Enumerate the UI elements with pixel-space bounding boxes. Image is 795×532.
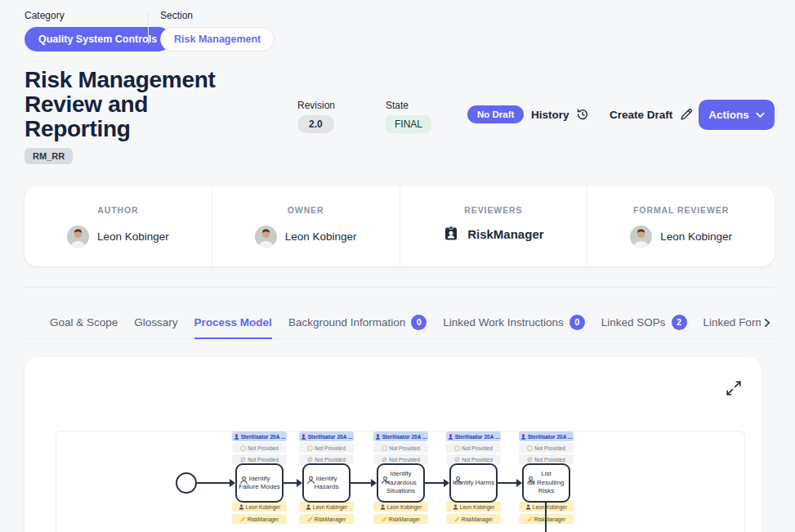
tab-process-model[interactable]: Process Model	[194, 314, 272, 339]
chevron-down-icon	[756, 112, 765, 118]
assignee-badge: Leon Kobinger	[232, 502, 287, 512]
tab-label: Linked Forms	[703, 316, 761, 329]
bpmn-sequence-flow	[425, 482, 444, 484]
tab-glossary[interactable]: Glossary	[134, 314, 177, 339]
section-label: Section	[160, 10, 275, 21]
attachment-icon	[454, 457, 460, 463]
person-icon	[453, 504, 458, 510]
person-card-formal-reviewer: FORMAL REVIEWER Leon Kobinger	[587, 186, 775, 266]
id-badge-icon	[443, 226, 459, 242]
section-divider	[25, 287, 775, 288]
machine-icon	[375, 434, 381, 440]
role-badge: RiskManager	[232, 514, 287, 524]
attachment-icon	[382, 457, 387, 463]
actions-label: Actions	[708, 109, 749, 121]
doc-badge: Not Provided	[446, 443, 501, 453]
machine-badge: Sterilisator 20A ...	[446, 431, 501, 441]
tab-label: Linked SOPs	[601, 316, 666, 329]
bpmn-sequence-flow	[284, 482, 297, 484]
user-task-icon	[526, 467, 535, 476]
person-role-label: FORMAL REVIEWER	[633, 205, 729, 215]
people-cards-row: AUTHOR Leon Kobinger OWNER Leon Kobinger…	[25, 186, 775, 266]
person-name: Leon Kobinger	[97, 230, 169, 243]
doc-badge: Not Provided	[299, 443, 354, 453]
chevron-right-icon[interactable]	[762, 317, 773, 332]
person-row: RiskManager	[443, 226, 543, 242]
tab-count-badge: 2	[672, 315, 687, 330]
machine-badge: Sterilisator 20A ...	[299, 431, 354, 441]
attachment-icon	[240, 457, 246, 463]
machine-icon	[234, 434, 239, 440]
no-draft-badge: No Draft	[467, 105, 524, 123]
document-code-badge: RM_RR	[25, 148, 73, 164]
bpmn-user-task[interactable]: Identify Harms	[449, 463, 498, 503]
tab-linked-work-instructions[interactable]: Linked Work Instructions 0	[443, 314, 585, 339]
person-name: RiskManager	[467, 227, 543, 241]
tab-goal-scope[interactable]: Goal & Scope	[50, 314, 118, 339]
tab-linked-forms[interactable]: Linked Forms 0	[703, 314, 761, 339]
user-task-icon	[306, 467, 315, 476]
bpmn-user-task[interactable]: List all Resulting Risks	[522, 463, 570, 503]
person-icon	[380, 504, 386, 510]
bpmn-user-task[interactable]: Identify Failure Modes	[235, 463, 284, 503]
doc-badge: Not Provided	[373, 443, 428, 453]
machine-icon	[520, 434, 526, 440]
expand-arrows-icon[interactable]	[726, 380, 742, 396]
tab-background-information[interactable]: Background Information 0	[288, 314, 427, 339]
person-name: Leon Kobinger	[285, 230, 357, 243]
tab-label: Process Model	[194, 316, 272, 329]
tab-label: Background Information	[288, 316, 405, 329]
pencil-small-icon	[382, 516, 387, 522]
avatar	[255, 226, 277, 248]
person-role-label: OWNER	[288, 205, 324, 215]
pencil-small-icon	[240, 516, 246, 522]
create-draft-label: Create Draft	[610, 109, 672, 121]
user-task-icon	[239, 467, 248, 476]
bpmn-sequence-flow-down	[545, 503, 547, 532]
bpmn-user-task[interactable]: Identify Hazardous Situations	[377, 463, 425, 503]
doc-badge: Not Provided	[519, 443, 574, 453]
machine-badge: Sterilisator 20A ...	[519, 431, 574, 441]
pencil-icon	[679, 107, 694, 122]
avatar	[630, 226, 652, 248]
tab-linked-sops[interactable]: Linked SOPs 2	[601, 314, 687, 339]
attachment-icon	[527, 457, 533, 463]
person-row: Leon Kobinger	[255, 226, 357, 248]
tab-label: Glossary	[134, 316, 177, 329]
tab-count-badge: 0	[411, 315, 427, 330]
person-name: Leon Kobinger	[660, 230, 732, 243]
bpmn-sequence-flow	[498, 482, 516, 484]
person-card-author: AUTHOR Leon Kobinger	[25, 186, 212, 266]
section-block: Section Risk Management	[160, 10, 275, 51]
revision-label: Revision	[297, 100, 335, 111]
role-badge: RiskManager	[446, 514, 501, 524]
person-role-label: REVIEWERS	[464, 205, 522, 215]
role-badge: RiskManager	[299, 514, 354, 524]
doc-badge: Not Provided	[232, 443, 287, 453]
category-label: Category	[25, 10, 171, 21]
bpmn-user-task[interactable]: Identify Hazards	[302, 463, 351, 503]
tab-label: Goal & Scope	[50, 316, 118, 329]
form-square-icon	[454, 445, 460, 451]
pencil-small-icon	[454, 516, 460, 522]
state-value: FINAL	[386, 115, 431, 133]
person-card-reviewers: REVIEWERS RiskManager	[400, 186, 587, 266]
bpmn-canvas: Sterilisator 20A ... Not Provided Not Pr…	[56, 431, 745, 532]
machine-icon	[448, 434, 453, 440]
revision-value: 2.0	[297, 115, 334, 133]
history-button[interactable]: History	[531, 108, 589, 121]
category-pill[interactable]: Quality System Controls	[25, 27, 171, 51]
form-square-icon	[382, 445, 387, 451]
process-model-panel: Sterilisator 20A ... Not Provided Not Pr…	[25, 357, 762, 532]
person-row: Leon Kobinger	[630, 226, 732, 248]
state-label: State	[386, 100, 431, 111]
form-square-icon	[307, 445, 313, 451]
create-draft-button[interactable]: Create Draft	[610, 107, 694, 122]
assignee-badge: Leon Kobinger	[299, 502, 354, 512]
section-pill[interactable]: Risk Management	[160, 27, 275, 51]
machine-badge: Sterilisator 20A ...	[373, 431, 428, 441]
role-badge: RiskManager	[373, 514, 428, 524]
actions-button[interactable]: Actions	[699, 100, 775, 130]
clock-history-icon	[576, 108, 589, 121]
category-section-divider	[148, 11, 149, 44]
